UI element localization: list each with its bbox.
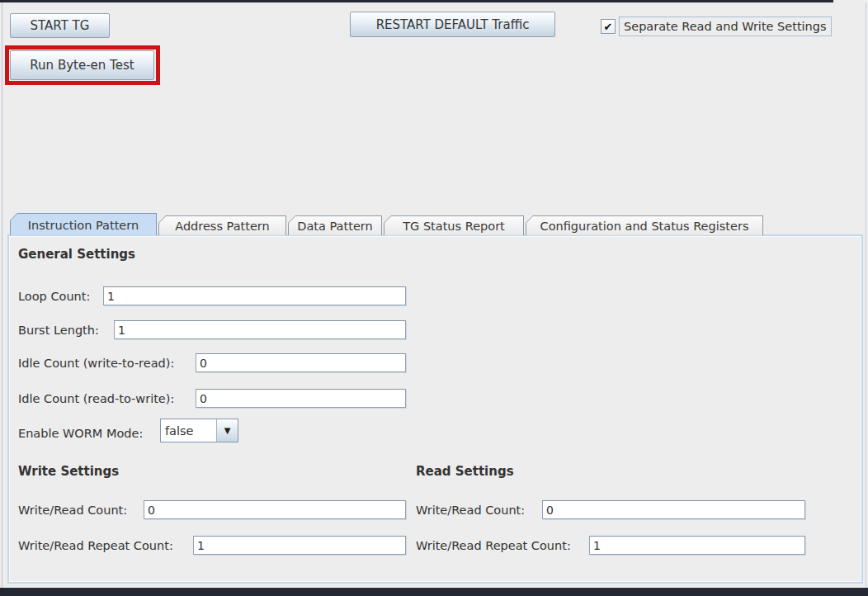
loop-count-label: Loop Count: bbox=[18, 286, 90, 305]
separate-read-write-checkbox[interactable]: ✔ bbox=[601, 19, 616, 34]
general-settings-title: General Settings bbox=[18, 247, 135, 262]
checkmark-icon: ✔ bbox=[604, 21, 613, 32]
dropdown-arrow-button[interactable]: ▼ bbox=[216, 419, 238, 442]
write-repeat-count-label: Write/Read Repeat Count: bbox=[18, 536, 173, 555]
tab-data-pattern[interactable]: Data Pattern bbox=[288, 215, 382, 235]
enable-worm-mode-dropdown[interactable]: false ▼ bbox=[160, 419, 238, 442]
window-bottom-frame bbox=[0, 588, 868, 596]
window-right-edge bbox=[866, 2, 866, 588]
window-left-edge bbox=[2, 2, 2, 588]
tab-label: TG Status Report bbox=[384, 215, 524, 235]
write-count-label: Write/Read Count: bbox=[18, 500, 127, 519]
tab-configuration-status-registers[interactable]: Configuration and Status Registers bbox=[526, 215, 763, 235]
idle-count-write-to-read-input[interactable] bbox=[196, 353, 406, 372]
tab-address-pattern[interactable]: Address Pattern bbox=[158, 215, 286, 235]
idle-count-read-to-write-input[interactable] bbox=[196, 389, 406, 408]
start-tg-button[interactable]: START TG bbox=[10, 13, 110, 38]
tab-label: Address Pattern bbox=[158, 215, 286, 235]
burst-length-label: Burst Length: bbox=[18, 320, 99, 339]
tab-label: Data Pattern bbox=[288, 215, 382, 235]
write-settings-title: Write Settings bbox=[18, 464, 119, 479]
instruction-pattern-panel: General Settings Loop Count: Burst Lengt… bbox=[7, 234, 863, 584]
separate-read-write-checkbox-label[interactable]: Separate Read and Write Settings bbox=[619, 17, 832, 36]
write-repeat-count-input[interactable] bbox=[193, 536, 406, 555]
tab-label: Instruction Pattern bbox=[10, 213, 157, 235]
loop-count-input[interactable] bbox=[103, 286, 406, 305]
read-repeat-count-input[interactable] bbox=[589, 536, 805, 555]
run-byte-en-test-button[interactable]: Run Byte-en Test bbox=[10, 50, 154, 80]
chevron-down-icon: ▼ bbox=[224, 426, 231, 435]
read-settings-title: Read Settings bbox=[416, 464, 514, 479]
read-repeat-count-label: Write/Read Repeat Count: bbox=[416, 536, 571, 555]
burst-length-input[interactable] bbox=[114, 320, 406, 339]
enable-worm-mode-label: Enable WORM Mode: bbox=[18, 421, 143, 445]
idle-count-write-to-read-label: Idle Count (write-to-read): bbox=[18, 353, 174, 372]
tab-instruction-pattern[interactable]: Instruction Pattern bbox=[10, 213, 157, 235]
idle-count-read-to-write-label: Idle Count (read-to-write): bbox=[18, 389, 174, 408]
write-count-input[interactable] bbox=[144, 500, 406, 519]
read-count-label: Write/Read Count: bbox=[416, 500, 525, 519]
read-count-input[interactable] bbox=[542, 500, 805, 519]
window-top-frame bbox=[0, 0, 833, 2]
tab-tg-status-report[interactable]: TG Status Report bbox=[384, 215, 524, 235]
tab-label: Configuration and Status Registers bbox=[526, 215, 763, 235]
dropdown-selected-value: false bbox=[161, 419, 216, 442]
tab-bar: Instruction Pattern Address Pattern Data… bbox=[10, 213, 763, 235]
restart-default-traffic-button[interactable]: RESTART DEFAULT Traffic bbox=[350, 12, 555, 37]
